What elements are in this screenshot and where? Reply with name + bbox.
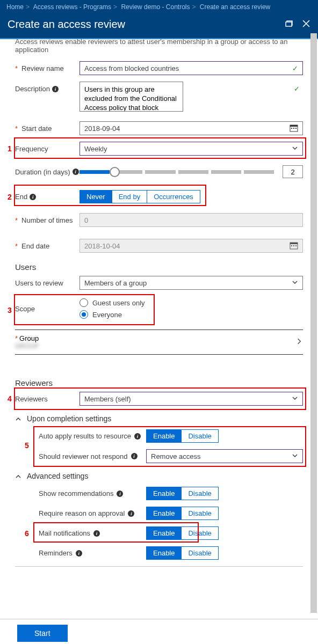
start-button[interactable]: Start [17, 625, 68, 642]
annotation-5: 5 [25, 441, 29, 450]
label-end: End i [15, 193, 80, 201]
annotation-4: 4 [8, 394, 12, 403]
svg-rect-7 [290, 243, 298, 244]
end-by[interactable]: End by [112, 191, 147, 203]
toggle-mail-notif: Enable Disable [146, 526, 219, 540]
crumb-2[interactable]: Review demo - Controls [121, 3, 190, 11]
label-mail-notif: Mail notifications i [39, 529, 146, 537]
svg-rect-0 [286, 22, 292, 26]
chevron-down-icon [292, 279, 298, 287]
show-rec-disable[interactable]: Disable [181, 487, 218, 500]
chevron-down-icon [292, 145, 298, 153]
calendar-icon[interactable] [290, 123, 298, 134]
svg-rect-4 [293, 128, 294, 129]
input-review-name[interactable]: Access from blocked countries ✓ [80, 61, 303, 75]
annotation-6: 6 [25, 529, 29, 538]
toggle-advanced[interactable]: Advanced settings [15, 472, 303, 480]
calendar-icon [290, 241, 298, 251]
select-frequency[interactable]: Weekly [80, 142, 303, 156]
footer: Start [0, 619, 318, 644]
restore-icon[interactable] [285, 19, 293, 30]
svg-rect-3 [291, 128, 292, 129]
info-icon[interactable]: i [128, 510, 134, 517]
label-users-to-review: Users to review [15, 279, 80, 287]
radio-guest-users[interactable]: Guest users only [80, 298, 145, 307]
breadcrumb: Home> Access reviews - Programs> Review … [0, 0, 318, 14]
slider-duration[interactable] [80, 170, 274, 174]
label-frequency: Frequency [15, 145, 80, 153]
auto-apply-disable[interactable]: Disable [181, 430, 218, 442]
label-description: Description i [15, 82, 80, 93]
end-never[interactable]: Never [80, 191, 112, 203]
show-rec-enable[interactable]: Enable [147, 487, 181, 500]
label-reminders: Reminders i [39, 549, 146, 557]
require-reason-disable[interactable]: Disable [181, 507, 218, 519]
page-title: Create an access review [8, 18, 125, 31]
label-end-date: End date [15, 242, 80, 250]
section-users: Users [15, 262, 303, 272]
auto-apply-enable[interactable]: Enable [147, 430, 181, 442]
select-reviewers[interactable]: Members (self) [80, 392, 303, 406]
label-show-rec: Show recommendations i [39, 489, 146, 497]
toggle-upon-completion[interactable]: Upon completion settings [15, 414, 303, 423]
reminders-enable[interactable]: Enable [147, 547, 181, 559]
info-icon[interactable]: i [30, 194, 36, 200]
annotation-2: 2 [8, 193, 12, 201]
mail-notif-enable[interactable]: Enable [147, 527, 181, 539]
chevron-down-icon [292, 395, 298, 403]
mail-notif-disable[interactable]: Disable [181, 527, 218, 539]
label-auto-apply: Auto apply results to resource i [39, 432, 146, 440]
svg-rect-5 [295, 128, 297, 129]
chevron-up-icon [15, 414, 21, 423]
input-number-of-times: 0 [80, 213, 303, 227]
scrollbar-thumb[interactable] [310, 33, 317, 613]
select-not-respond[interactable]: Remove access [146, 449, 303, 463]
label-duration: Duration (in days) i [15, 168, 80, 176]
info-icon[interactable]: i [76, 550, 82, 557]
svg-rect-2 [290, 125, 298, 127]
annotation-1: 1 [8, 144, 12, 153]
group-selector[interactable]: Group GROUP [15, 334, 303, 350]
group-value-blurred: GROUP [15, 342, 39, 350]
label-scope: Scope [15, 298, 80, 313]
intro-text: Access reviews enable reviewers to attes… [15, 38, 303, 54]
info-icon[interactable]: i [93, 530, 100, 537]
info-icon[interactable]: i [131, 453, 138, 459]
chevron-up-icon [15, 472, 21, 480]
label-review-name: Review name [15, 64, 80, 72]
input-end-date: 2018-10-04 [80, 239, 303, 253]
chevron-down-icon [292, 452, 298, 460]
input-start-date[interactable]: 2018-09-04 [80, 121, 303, 135]
info-icon[interactable]: i [73, 169, 79, 175]
scrollbar[interactable] [310, 33, 317, 613]
end-occurrences[interactable]: Occurrences [147, 191, 200, 203]
label-number-of-times: Number of times [15, 216, 80, 224]
svg-rect-8 [291, 245, 292, 246]
crumb-home[interactable]: Home [6, 3, 24, 11]
svg-rect-9 [293, 245, 294, 246]
toggle-reminders: Enable Disable [146, 546, 219, 560]
slider-knob[interactable] [110, 167, 120, 177]
input-description[interactable] [80, 82, 183, 112]
svg-rect-10 [295, 245, 297, 246]
chevron-right-icon [295, 338, 303, 347]
radio-everyone[interactable]: Everyone [80, 310, 145, 319]
select-users-to-review[interactable]: Members of a group [80, 276, 303, 290]
reminders-disable[interactable]: Disable [181, 547, 218, 559]
label-reviewers: Reviewers [15, 395, 80, 403]
label-require-reason: Require reason on approval i [39, 509, 146, 517]
section-reviewers: Reviewers [15, 378, 303, 387]
toggle-require-reason: Enable Disable [146, 507, 219, 520]
info-icon[interactable]: i [52, 86, 59, 92]
label-start-date: Start date [15, 125, 80, 133]
crumb-1[interactable]: Access reviews - Programs [33, 3, 111, 11]
close-icon[interactable] [302, 19, 310, 30]
info-icon[interactable]: i [134, 433, 141, 440]
info-icon[interactable]: i [117, 491, 123, 497]
check-icon: ✓ [292, 64, 298, 72]
toggle-show-rec: Enable Disable [146, 487, 219, 500]
crumb-3: Create an access review [200, 3, 270, 11]
require-reason-enable[interactable]: Enable [147, 507, 181, 519]
input-duration-value[interactable] [283, 165, 303, 178]
end-button-group: Never End by Occurrences [80, 190, 200, 203]
